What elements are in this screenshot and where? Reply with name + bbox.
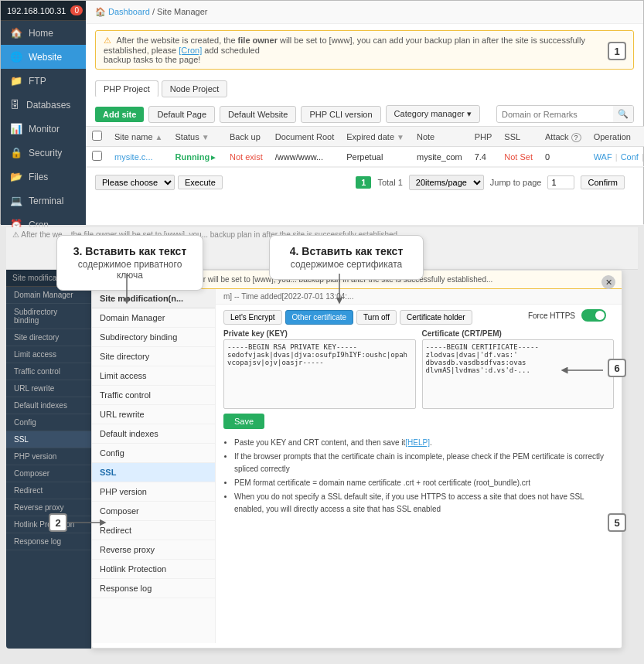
page-number-input[interactable] (547, 175, 574, 189)
monitor-icon: 📊 (10, 123, 22, 135)
row-status: Running► (169, 147, 224, 167)
row-note: mysite_com (411, 147, 469, 167)
status-arrow-icon: ► (210, 153, 217, 162)
sidebar-item-website[interactable]: 🌐 Website (1, 45, 86, 69)
sidebar-item-files[interactable]: 📂 Files (1, 165, 86, 189)
lets-encrypt-tab[interactable]: Let's Encrypt (223, 310, 282, 325)
ssl-nav-url[interactable]: URL rewrite (92, 405, 215, 424)
sidebar-item-terminal[interactable]: 💻 Terminal (1, 189, 86, 213)
conf-link[interactable]: Conf (621, 152, 639, 162)
op-sep2: | (642, 152, 644, 162)
add-site-button[interactable]: Add site (95, 107, 144, 122)
pagination: 1 Total 1 20items/page Jump to page Conf… (346, 171, 634, 194)
category-manager-button[interactable]: Category manager ▾ (386, 105, 480, 123)
sidebar-item-databases[interactable]: 🗄 Databases (1, 93, 86, 117)
php-cli-button[interactable]: PHP CLI version (301, 106, 380, 123)
select-all-checkbox[interactable] (92, 131, 102, 141)
home-icon-bc: 🏠 (95, 7, 106, 16)
cert-inputs: Private key (KEY) -----BEGIN RSA PRIVATE… (216, 329, 622, 409)
ssl-nav-default-idx[interactable]: Default indexes (92, 424, 215, 444)
main-sidebar: 192.168.100.31 0 🏠 Home 🌐 Website 📁 FTP … (1, 1, 86, 225)
force-https-toggle[interactable] (581, 309, 606, 322)
ssl-nav-config[interactable]: Config (92, 444, 215, 463)
ssl-nav-php[interactable]: PHP version (92, 482, 215, 502)
search-button[interactable]: 🔍 (613, 106, 633, 122)
cert-textarea[interactable]: -----BEGIN CERTIFICATE----- zlodvas|dvas… (422, 339, 615, 409)
turn-off-tab[interactable]: Turn off (356, 310, 397, 325)
bubble4-title: 4. Вставить как текст (282, 245, 411, 257)
bg-sidebar-url[interactable]: URL rewrite (6, 380, 91, 397)
row-php: 7.4 (469, 147, 499, 167)
bg-sidebar-composer[interactable]: Composer (6, 465, 91, 482)
row-checkbox[interactable] (92, 151, 102, 161)
tab-php-project[interactable]: PHP Project (95, 80, 158, 97)
close-button[interactable]: ✕ (601, 275, 615, 289)
default-page-button[interactable]: Default Page (148, 106, 215, 123)
col-php: PHP (469, 127, 499, 147)
jump-to-label: Jump to page (490, 178, 542, 187)
ssl-nav-response[interactable]: Response log (92, 579, 215, 598)
ssl-nav-ssl[interactable]: SSL (92, 463, 215, 482)
breadcrumb-home[interactable]: Dashboard (108, 7, 150, 16)
sidebar-header: 192.168.100.31 0 (1, 1, 86, 21)
row-attack: 0 (539, 147, 588, 167)
site-link[interactable]: mysite.c... (114, 152, 153, 162)
bulk-action-select[interactable]: Please choose (95, 175, 175, 190)
ssl-nav-domain[interactable]: Domain Manager (92, 308, 215, 328)
terminal-icon: 💻 (10, 195, 22, 206)
row-checkbox-cell (86, 147, 108, 167)
ssl-nav-subdirectory[interactable]: Subdirectory binding (92, 328, 215, 347)
default-website-button[interactable]: Default Website (220, 106, 296, 123)
bg-sidebar-limit[interactable]: Limit access (6, 346, 91, 363)
sidebar-label-home: Home (29, 28, 53, 39)
other-cert-tab[interactable]: Other certificate (285, 310, 354, 325)
breadcrumb-sep: / (152, 7, 155, 16)
row-sitename: mysite.c... (108, 147, 169, 167)
ssl-nav-redirect[interactable]: Redirect (92, 521, 215, 540)
cert-holder-tab[interactable]: Certificate holder (400, 310, 472, 325)
ssl-nav-limit[interactable]: Limit access (92, 366, 215, 386)
bg-sidebar-redirect[interactable]: Redirect (6, 482, 91, 499)
row-operations: WAF | Conf | Del (588, 147, 644, 167)
waf-link[interactable]: WAF (594, 152, 612, 162)
cron-link[interactable]: [Cron] (179, 46, 202, 55)
per-page-select[interactable]: 20items/page (409, 175, 484, 190)
bg-sidebar-ssl[interactable]: SSL (6, 431, 91, 448)
bg-sidebar-site-dir[interactable]: Site directory (6, 329, 91, 346)
help-link[interactable]: [HELP] (405, 438, 430, 447)
bg-sidebar-subdirectory[interactable]: Subdirectory binding (6, 304, 91, 329)
warning-bar: ⚠ After the website is created, the file… (95, 30, 634, 70)
sidebar-item-monitor[interactable]: 📊 Monitor (1, 117, 86, 141)
ssl-nav-traffic[interactable]: Traffic control (92, 386, 215, 405)
bg-sidebar-config[interactable]: Config (6, 414, 91, 431)
search-input[interactable] (497, 107, 613, 121)
bg-sidebar-traffic[interactable]: Traffic control (6, 363, 91, 380)
cert-block: Certificate (CRT/PEM) -----BEGIN CERTIFI… (422, 329, 615, 409)
execute-button[interactable]: Execute (178, 175, 223, 189)
search-box: 🔍 (496, 105, 634, 123)
sidebar-item-security[interactable]: 🔒 Security (1, 141, 86, 165)
confirm-button[interactable]: Confirm (581, 175, 625, 189)
private-key-textarea[interactable]: -----BEGIN RSA PRIVATE KEY----- sedofvja… (223, 339, 416, 409)
bg-sidebar-default-idx[interactable]: Default indexes (6, 397, 91, 414)
bg-sidebar-response[interactable]: Response log (6, 533, 91, 550)
bg-sidebar-php[interactable]: PHP version (6, 448, 91, 465)
ssl-nav-hotlink[interactable]: Hotlink Protection (92, 560, 215, 579)
ssl-main-content: m] -- Time added[2022-07-01 13:04:... Le… (216, 289, 622, 643)
save-button[interactable]: Save (223, 414, 264, 429)
bubble4-sub: содержимое сертификата (282, 259, 411, 270)
tab-node-project[interactable]: Node Project (162, 80, 228, 97)
main-content: 🏠 Dashboard / Site Manager ⚠ After the w… (86, 1, 643, 225)
ssl-nav-reverse[interactable]: Reverse proxy (92, 540, 215, 560)
sidebar-label-security: Security (29, 148, 62, 158)
status-badge: Running (175, 152, 210, 162)
warning-emphasis: file owner (238, 36, 278, 45)
current-page[interactable]: 1 (356, 176, 371, 189)
tab-bar: PHP Project Node Project (86, 76, 643, 102)
sidebar-item-ftp[interactable]: 📁 FTP (1, 69, 86, 93)
ssl-nav-site-dir[interactable]: Site directory (92, 347, 215, 366)
hint-3: PEM format certificate = domain name cer… (234, 477, 614, 489)
sidebar-item-home[interactable]: 🏠 Home (1, 21, 86, 45)
col-backup: Back up (223, 127, 269, 147)
ssl-nav-composer[interactable]: Composer (92, 502, 215, 521)
